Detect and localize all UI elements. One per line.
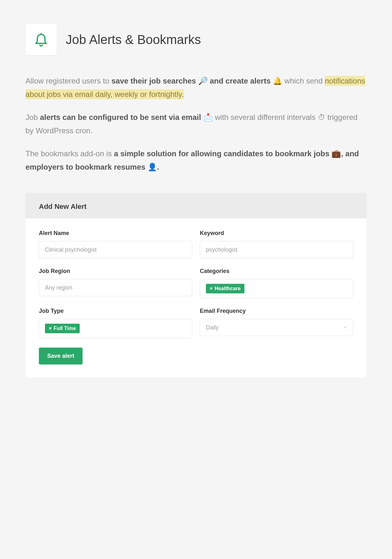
label-job-type: Job Type [39, 308, 192, 314]
form-header: Add New Alert [25, 193, 367, 218]
field-email-frequency: Email Frequency Daily [200, 308, 353, 338]
page-header: Job Alerts & Bookmarks [25, 24, 367, 55]
alert-name-input[interactable]: Clinical psychologist [39, 241, 192, 258]
field-job-region: Job Region Any region [39, 268, 192, 298]
alert-form-card: Add New Alert Alert Name Clinical psycho… [25, 193, 367, 378]
description-para-2: Job alerts can be configured to be sent … [25, 111, 367, 137]
header-icon-box [25, 24, 57, 55]
field-keyword: Keyword psychologist [200, 230, 353, 258]
category-tag[interactable]: Healthcare [206, 284, 244, 293]
job-region-input[interactable]: Any region [39, 279, 192, 296]
field-alert-name: Alert Name Clinical psychologist [39, 230, 192, 258]
label-email-frequency: Email Frequency [200, 308, 353, 314]
label-categories: Categories [200, 268, 353, 275]
field-categories: Categories Healthcare [200, 268, 353, 298]
save-alert-button[interactable]: Save alert [39, 348, 83, 364]
label-job-region: Job Region [39, 268, 192, 275]
form-grid: Alert Name Clinical psychologist Keyword… [39, 230, 353, 338]
chevron-down-icon [343, 324, 347, 331]
email-frequency-select[interactable]: Daily [200, 319, 353, 336]
field-job-type: Job Type Full Time [39, 308, 192, 338]
description-block: Allow registered users to save their job… [25, 74, 367, 174]
job-type-tag[interactable]: Full Time [45, 324, 80, 333]
page-title: Job Alerts & Bookmarks [66, 33, 201, 47]
description-para-1: Allow registered users to save their job… [25, 74, 367, 101]
form-heading: Add New Alert [39, 202, 353, 211]
label-alert-name: Alert Name [39, 230, 192, 237]
label-keyword: Keyword [200, 230, 353, 237]
job-type-input[interactable]: Full Time [39, 319, 192, 338]
form-body: Alert Name Clinical psychologist Keyword… [25, 218, 367, 378]
keyword-input[interactable]: psychologist [200, 241, 353, 258]
bell-icon [33, 32, 49, 47]
description-para-3: The bookmarks add-on is a simple solutio… [25, 147, 367, 174]
categories-input[interactable]: Healthcare [200, 279, 353, 298]
